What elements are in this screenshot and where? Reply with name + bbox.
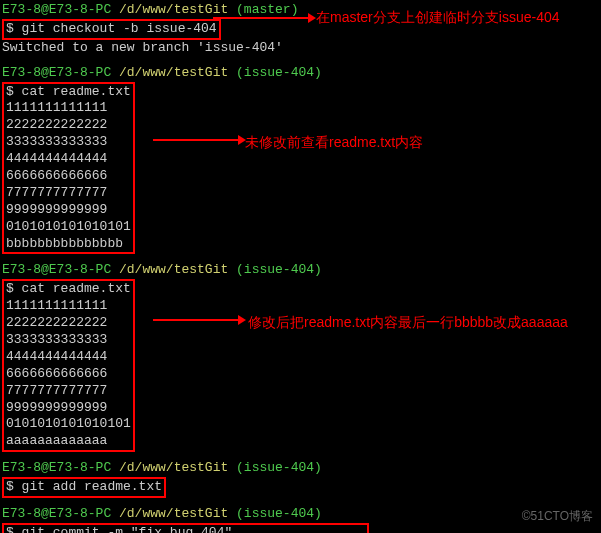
prompt-line-2: E73-8@E73-8-PC /d/www/testGit (issue-404… (2, 65, 599, 82)
file-line: 3333333333333 (6, 134, 131, 151)
file-line: 1111111111111 (6, 100, 131, 117)
watermark: ©51CTO博客 (522, 508, 593, 525)
cat-before-box: $ cat readme.txt 1111111111111 222222222… (2, 82, 135, 255)
prompt-path: /d/www/testGit (111, 65, 236, 80)
prompt-line-4: E73-8@E73-8-PC /d/www/testGit (issue-404… (2, 460, 599, 477)
git-add-box: $ git add readme.txt (2, 477, 166, 498)
command-add: $ git add readme.txt (6, 479, 162, 496)
prompt-path: /d/www/testGit (111, 460, 236, 475)
file-line: 0101010101010101 (6, 416, 131, 433)
command-checkout: $ git checkout -b issue-404 (6, 21, 217, 38)
git-add-block: E73-8@E73-8-PC /d/www/testGit (issue-404… (2, 460, 599, 498)
annotation-2: 未修改前查看readme.txt内容 (245, 134, 423, 152)
prompt-path: /d/www/testGit (111, 262, 236, 277)
file-line: 6666666666666 (6, 366, 131, 383)
prompt-user: E73-8@E73-8-PC (2, 506, 111, 521)
prompt-path: /d/www/testGit (111, 506, 236, 521)
command-cat-2: $ cat readme.txt (6, 281, 131, 298)
annotation-1: 在master分支上创建临时分支issue-404 (316, 9, 560, 27)
file-line: 0101010101010101 (6, 219, 131, 236)
checkout-command-box: $ git checkout -b issue-404 (2, 19, 221, 40)
prompt-user: E73-8@E73-8-PC (2, 460, 111, 475)
terminal-window: E73-8@E73-8-PC /d/www/testGit (master) $… (0, 0, 601, 533)
annotation-3: 修改后把readme.txt内容最后一行bbbbb改成aaaaaa (248, 314, 568, 332)
cat-after-block: E73-8@E73-8-PC /d/www/testGit (issue-404… (2, 262, 599, 452)
file-line: 2222222222222 (6, 315, 131, 332)
file-line: 3333333333333 (6, 332, 131, 349)
cat-after-box: $ cat readme.txt 1111111111111 222222222… (2, 279, 135, 452)
prompt-branch: (issue-404) (236, 460, 322, 475)
command-commit: $ git commit -m "fix bug 404" (6, 525, 365, 533)
prompt-line-3: E73-8@E73-8-PC /d/www/testGit (issue-404… (2, 262, 599, 279)
prompt-branch: (master) (236, 2, 298, 17)
file-line: 6666666666666 (6, 168, 131, 185)
output-switched: Switched to a new branch 'issue-404' (2, 40, 599, 57)
prompt-path: /d/www/testGit (111, 2, 236, 17)
prompt-branch: (issue-404) (236, 506, 322, 521)
prompt-branch: (issue-404) (236, 65, 322, 80)
git-commit-block: E73-8@E73-8-PC /d/www/testGit (issue-404… (2, 506, 599, 533)
prompt-user: E73-8@E73-8-PC (2, 262, 111, 277)
file-line: 4444444444444 (6, 349, 131, 366)
file-line: 7777777777777 (6, 185, 131, 202)
file-line: bbbbbbbbbbbbbbb (6, 236, 131, 253)
cat-before-block: E73-8@E73-8-PC /d/www/testGit (issue-404… (2, 65, 599, 255)
file-line: 4444444444444 (6, 151, 131, 168)
file-line: 9999999999999 (6, 202, 131, 219)
file-line: 2222222222222 (6, 117, 131, 134)
file-line: 1111111111111 (6, 298, 131, 315)
file-line: 9999999999999 (6, 400, 131, 417)
command-cat-1: $ cat readme.txt (6, 84, 131, 101)
file-line: 7777777777777 (6, 383, 131, 400)
file-line: aaaaaaaaaaaaa (6, 433, 131, 450)
prompt-user: E73-8@E73-8-PC (2, 65, 111, 80)
prompt-branch: (issue-404) (236, 262, 322, 277)
git-commit-box: $ git commit -m "fix bug 404" [issue-404… (2, 523, 369, 533)
prompt-user: E73-8@E73-8-PC (2, 2, 111, 17)
prompt-line-5: E73-8@E73-8-PC /d/www/testGit (issue-404… (2, 506, 599, 523)
